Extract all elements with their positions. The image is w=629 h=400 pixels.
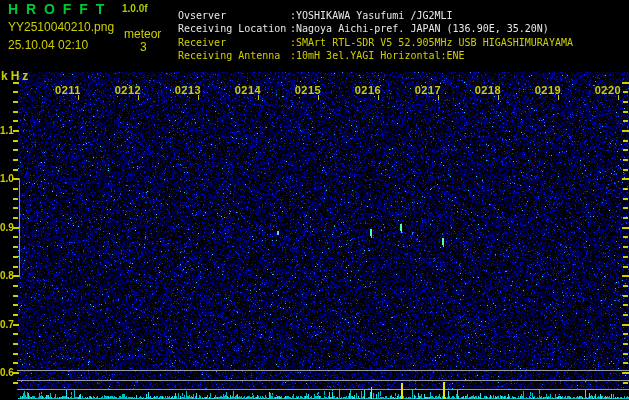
time-tick-label-0217: 0217 [408, 84, 448, 96]
datetime-label: 25.10.04 02:10 [8, 38, 88, 52]
time-tick-label-0211: 0211 [48, 84, 88, 96]
station-row-value: :SMArt RTL-SDR V5 52.905MHz USB HIGASHIM… [290, 37, 573, 48]
time-tick-label-0213: 0213 [168, 84, 208, 96]
freq-tick-label-1.1: 1.1 [0, 125, 13, 136]
output-filename: YY2510040210.png [8, 20, 114, 34]
station-row: Receiving Antenna:10mH 3el.YAGI Horizont… [178, 49, 573, 62]
station-row-label: Receiver [178, 36, 290, 49]
time-tick-label-0214: 0214 [228, 84, 268, 96]
station-row: Receiver:SMArt RTL-SDR V5 52.905MHz USB … [178, 36, 573, 49]
mode-label: meteor [124, 27, 161, 41]
station-row-label: Receiving Antenna [178, 49, 290, 62]
time-tick-label-0212: 0212 [108, 84, 148, 96]
freq-axis-unit: kHz [1, 69, 31, 83]
time-tick-label-0219: 0219 [528, 84, 568, 96]
time-tick-label-0220: 0220 [588, 84, 628, 96]
freq-tick-label-0.7: 0.7 [0, 319, 13, 330]
station-info-block: Ovserver:YOSHIKAWA Yasufumi /JG2MLIRecei… [178, 9, 573, 63]
freq-tick-label-0.6: 0.6 [0, 367, 13, 378]
station-row-value: :YOSHIKAWA Yasufumi /JG2MLI [290, 10, 453, 21]
station-row-label: Receiving Location [178, 22, 290, 35]
station-row: Receiving Location:Nagoya Aichi-pref. JA… [178, 22, 573, 35]
freq-tick-label-0.9: 0.9 [0, 222, 13, 233]
hrofft-screen: H R O F F T 1.0.0f YY2510040210.png mete… [0, 0, 629, 400]
meteor-count: 3 [140, 40, 147, 54]
station-row: Ovserver:YOSHIKAWA Yasufumi /JG2MLI [178, 9, 573, 22]
time-tick-label-0215: 0215 [288, 84, 328, 96]
station-row-label: Ovserver [178, 9, 290, 22]
app-title: H R O F F T [8, 1, 106, 17]
time-tick-label-0218: 0218 [468, 84, 508, 96]
station-row-value: :Nagoya Aichi-pref. JAPAN (136.90E, 35.2… [290, 23, 549, 34]
time-tick-label-0216: 0216 [348, 84, 388, 96]
freq-tick-label-0.8: 0.8 [0, 270, 13, 281]
station-row-value: :10mH 3el.YAGI Horizontal:ENE [290, 50, 465, 61]
freq-tick-label-1.0: 1.0 [0, 173, 13, 184]
app-version: 1.0.0f [122, 3, 148, 14]
